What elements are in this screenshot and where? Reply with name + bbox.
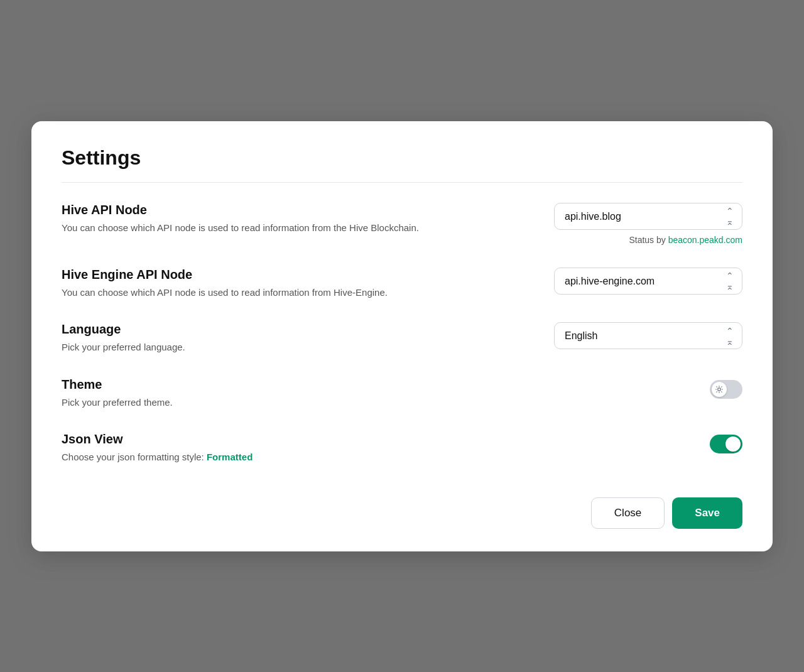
close-button[interactable]: Close (591, 497, 665, 529)
hive-api-node-label: Hive API Node (62, 203, 426, 217)
language-select-wrapper: English Deutsch Español Français 日本語 ⌃ ⌅ (554, 322, 742, 349)
theme-desc: Pick your preferred theme. (62, 396, 426, 410)
hive-engine-select-wrapper: api.hive-engine.com engine.rishipanthee.… (554, 268, 742, 295)
svg-line-8 (721, 386, 722, 387)
hive-engine-api-node-row: Hive Engine API Node You can choose whic… (62, 268, 742, 300)
hive-api-node-select-wrapper: api.hive.blog api.hivekings.com anyx.io … (554, 203, 742, 230)
hive-engine-api-node-info: Hive Engine API Node You can choose whic… (62, 268, 426, 300)
sun-icon (715, 385, 724, 394)
json-view-info: Json View Choose your json formatting st… (62, 432, 426, 465)
theme-info: Theme Pick your preferred theme. (62, 377, 426, 410)
beacon-link[interactable]: beacon.peakd.com (668, 235, 742, 245)
theme-toggle-container[interactable] (710, 380, 742, 399)
language-row: Language Pick your preferred language. E… (62, 322, 742, 355)
hive-engine-api-node-select[interactable]: api.hive-engine.com engine.rishipanthee.… (554, 268, 742, 295)
hive-api-node-control: api.hive.blog api.hivekings.com anyx.io … (541, 203, 742, 245)
json-view-control (541, 432, 742, 453)
hive-api-node-row: Hive API Node You can choose which API n… (62, 203, 742, 245)
svg-line-7 (716, 391, 717, 392)
theme-toggle-slider (710, 380, 742, 399)
json-view-toggle[interactable] (710, 435, 742, 453)
divider (62, 182, 742, 183)
hive-api-node-info: Hive API Node You can choose which API n… (62, 203, 426, 236)
hive-api-node-desc: You can choose which API node is used to… (62, 221, 426, 236)
theme-label: Theme (62, 377, 426, 392)
hive-api-node-select[interactable]: api.hive.blog api.hivekings.com anyx.io … (554, 203, 742, 230)
json-view-label: Json View (62, 432, 426, 447)
json-view-toggle-slider (710, 435, 742, 453)
language-control: English Deutsch Español Français 日本語 ⌃ ⌅ (541, 322, 742, 349)
language-select[interactable]: English Deutsch Español Français 日本語 (554, 322, 742, 349)
theme-toggle[interactable] (710, 380, 742, 399)
svg-line-6 (721, 391, 722, 392)
json-view-desc: Choose your json formatting style: Forma… (62, 450, 426, 465)
modal-overlay: Settings Hive API Node You can choose wh… (0, 0, 804, 672)
hive-engine-api-node-control: api.hive-engine.com engine.rishipanthee.… (541, 268, 742, 295)
theme-toggle-knob (712, 382, 727, 397)
svg-point-0 (718, 387, 721, 391)
save-button[interactable]: Save (672, 497, 742, 529)
language-info: Language Pick your preferred language. (62, 322, 426, 355)
json-view-toggle-container[interactable] (710, 435, 742, 453)
json-view-row: Json View Choose your json formatting st… (62, 432, 742, 465)
svg-line-5 (716, 386, 717, 387)
json-view-toggle-knob (725, 436, 741, 452)
language-desc: Pick your preferred language. (62, 340, 426, 355)
language-label: Language (62, 322, 426, 337)
theme-control (541, 377, 742, 399)
hive-engine-api-node-label: Hive Engine API Node (62, 268, 426, 282)
modal-title: Settings (62, 146, 742, 170)
theme-row: Theme Pick your preferred theme. (62, 377, 742, 410)
hive-engine-api-node-desc: You can choose which API node is used to… (62, 286, 426, 300)
hive-api-status-link: Status by beacon.peakd.com (629, 235, 742, 245)
footer-buttons: Close Save (62, 487, 742, 529)
json-view-format-highlight: Formatted (207, 452, 253, 462)
settings-modal: Settings Hive API Node You can choose wh… (31, 121, 773, 551)
